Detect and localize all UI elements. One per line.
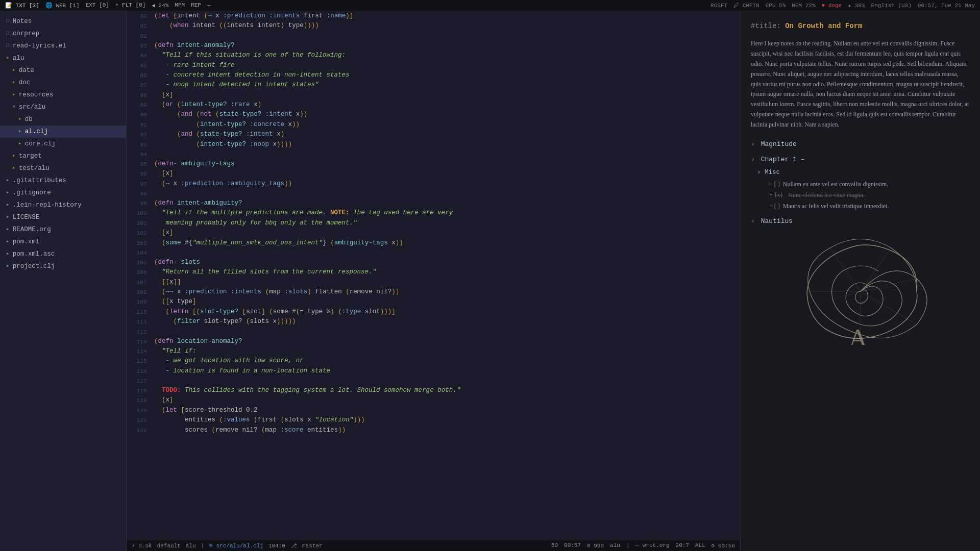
notes-item-3-text: Mauris ac felis vel velit tristique impe…	[783, 202, 889, 211]
chevron-right-icon: ›	[757, 169, 761, 176]
code-line-89: 89 (or (intent-type? :rare x)	[127, 100, 740, 110]
sidebar-item-license[interactable]: ▸ LICENSE	[0, 211, 126, 223]
sidebar-item-lein-repl[interactable]: ▸ .lein-repl-history	[0, 199, 126, 211]
sidebar-label-gitignore: .gitignore	[13, 188, 51, 198]
sidebar-label-alu: alu	[13, 53, 24, 63]
sidebar-item-resources[interactable]: ▸ resources	[0, 89, 126, 101]
chevron-right-icon: ›	[751, 156, 755, 163]
checkbox-icon[interactable]: + [ ]	[769, 180, 780, 189]
code-line-87: 87 - noop intent detected in intent stat…	[127, 80, 740, 90]
code-line-99: 99 (defn intent-ambiguity?	[127, 198, 740, 208]
svg-line-7	[861, 291, 894, 317]
code-line-82: 82	[127, 31, 740, 41]
file-icon: ▸	[6, 249, 10, 259]
code-line-98: 98	[127, 189, 740, 198]
folder-icon: ▸	[12, 78, 16, 87]
notes-section-nautilus-title[interactable]: › Nautilus	[751, 216, 970, 227]
shell-image-area: A	[751, 235, 970, 347]
sidebar-label-target: target	[19, 151, 42, 161]
svg-line-9	[843, 271, 861, 291]
status-clock2: ⊙ 00:56	[712, 542, 735, 549]
topbar-tabs: 📝 TXT [3] 🌐 WEB [1] EXT [0] + FLT [0] ◀ …	[5, 2, 710, 9]
sidebar-item-notes[interactable]: ☐ Notes	[0, 15, 126, 28]
code-line-84: 84 "Tell if this situation is one of the…	[127, 51, 740, 60]
sidebar-label-coreclj: core.clj	[25, 139, 56, 149]
sidebar: ☐ Notes ☐ corprep ☐ read-lyrics.el ▸ alu…	[0, 11, 127, 551]
notes-section-nautilus-label: Nautilus	[761, 217, 793, 225]
sidebar-label-pomxml: pom.xml	[13, 237, 40, 247]
battery-status: ⬥ 38%	[848, 3, 865, 9]
status-file: ⊕ src/alu/al.clj	[209, 542, 263, 549]
notes-title-text: On Growth and Form	[785, 22, 862, 30]
tab-web[interactable]: 🌐 WEB [1]	[45, 2, 80, 9]
tab-flt[interactable]: + FLT [0]	[115, 2, 145, 9]
mem-status: MEM 22%	[792, 3, 815, 9]
code-line-92: 92 (and (state-type? :intent x)	[127, 130, 740, 139]
code-line-105: 105 (defn- slots	[127, 258, 740, 267]
hostname: ROSFT	[710, 3, 727, 9]
tab-ext[interactable]: EXT [0]	[86, 2, 109, 9]
status-mode: default	[157, 543, 181, 549]
notes-section-magnitude: › Magnitude	[751, 139, 970, 150]
notes-section-chapter1: › Chapter 1 – › Misc + [ ] Nullam eu ant…	[751, 155, 970, 211]
sidebar-item-pomxml[interactable]: ▸ pom.xml	[0, 236, 126, 248]
sidebar-item-testalu[interactable]: ▸ test/alu	[0, 162, 126, 174]
folder-icon: ▸	[6, 54, 10, 63]
sidebar-item-pomxmlasc[interactable]: ▸ pom.xml.asc	[0, 248, 126, 260]
sidebar-label-pomxmlasc: pom.xml.asc	[13, 249, 55, 259]
letter-a-text: A	[848, 324, 868, 345]
sidebar-item-corprep[interactable]: ☐ corprep	[0, 28, 126, 40]
sidebar-label-db: db	[25, 114, 33, 124]
status-cursor: 104:0	[268, 543, 285, 549]
sidebar-item-read-lyrics[interactable]: ☐ read-lyrics.el	[0, 40, 126, 52]
status-lines: ⚡ 5.5k	[132, 542, 152, 549]
notes-section-magnitude-title[interactable]: › Magnitude	[751, 139, 970, 150]
sidebar-item-target[interactable]: ▸ target	[0, 150, 126, 162]
sidebar-item-db[interactable]: ▸ db	[0, 113, 126, 126]
sidebar-item-projectclj[interactable]: ▸ project.clj	[0, 260, 126, 272]
status-writ: ← writ.org	[636, 542, 670, 549]
checkbox-icon[interactable]: + [ ]	[769, 202, 780, 211]
sidebar-item-alu[interactable]: ▸ alu	[0, 52, 126, 64]
sidebar-item-alclj[interactable]: ▸ al.clj	[0, 126, 126, 138]
notes-item-2: + {x} Nunc eleifend leo vitae magna.	[769, 190, 970, 200]
svg-line-1	[861, 291, 917, 324]
code-line-104: 104	[127, 248, 740, 258]
sidebar-item-gitignore[interactable]: ▸ .gitignore	[0, 187, 126, 199]
checkbox-icon[interactable]: + {x}	[769, 190, 783, 200]
file-icon: ▸	[6, 188, 10, 197]
sidebar-item-srcalu[interactable]: ▾ src/alu	[0, 101, 126, 113]
status-line-count: 50	[551, 542, 558, 549]
code-line-83: 83 (defn intent-anomaly?	[127, 41, 740, 51]
sidebar-item-coreclj[interactable]: ▸ core.clj	[0, 138, 126, 150]
code-line-117: 117	[127, 376, 740, 386]
file-icon: ▸	[6, 225, 10, 234]
chevron-right-icon: ›	[751, 217, 755, 225]
file-icon: ▸	[6, 201, 10, 210]
sidebar-label-readme: README.org	[13, 224, 51, 235]
status-pkg2: alu	[610, 542, 620, 549]
folder-icon: ▸	[18, 115, 22, 124]
code-line-112: 112	[127, 327, 740, 337]
notes-section-chapter1-title[interactable]: › Chapter 1 –	[751, 155, 970, 165]
tab-txt[interactable]: 📝 TXT [3]	[5, 2, 39, 9]
file-icon: ☐	[6, 17, 10, 26]
sidebar-label-projectclj: project.clj	[13, 261, 55, 271]
sidebar-item-readme[interactable]: ▸ README.org	[0, 223, 126, 236]
tab-mpm: MPM	[175, 2, 185, 9]
nautilus-shell-svg: A	[779, 238, 942, 345]
code-line-80: 80 (let [intent (→ x :prediction :intent…	[127, 11, 740, 21]
sidebar-item-doc[interactable]: ▸ doc	[0, 77, 126, 89]
file-icon: ▸	[6, 237, 10, 246]
code-line-94: 94	[127, 149, 740, 159]
sidebar-item-data[interactable]: ▸ data	[0, 64, 126, 77]
code-area[interactable]: 80 (let [intent (→ x :prediction :intent…	[127, 11, 740, 540]
sidebar-label-gitattributes: .gitattributes	[13, 176, 66, 186]
notes-item-1: + [ ] Nullam eu ante vel est convallis d…	[769, 180, 970, 189]
code-line-120: 120 (let [score-threshold 0.2	[127, 406, 740, 415]
main-area: ☐ Notes ☐ corprep ☐ read-lyrics.el ▸ alu…	[0, 11, 980, 551]
notes-item-2-text: Nunc eleifend leo vitae magna.	[788, 190, 865, 200]
notes-subsection-misc-title[interactable]: › Misc	[757, 167, 970, 178]
sidebar-item-gitattributes[interactable]: ▸ .gitattributes	[0, 174, 126, 187]
cpu-status: CPU 5%	[766, 3, 786, 9]
